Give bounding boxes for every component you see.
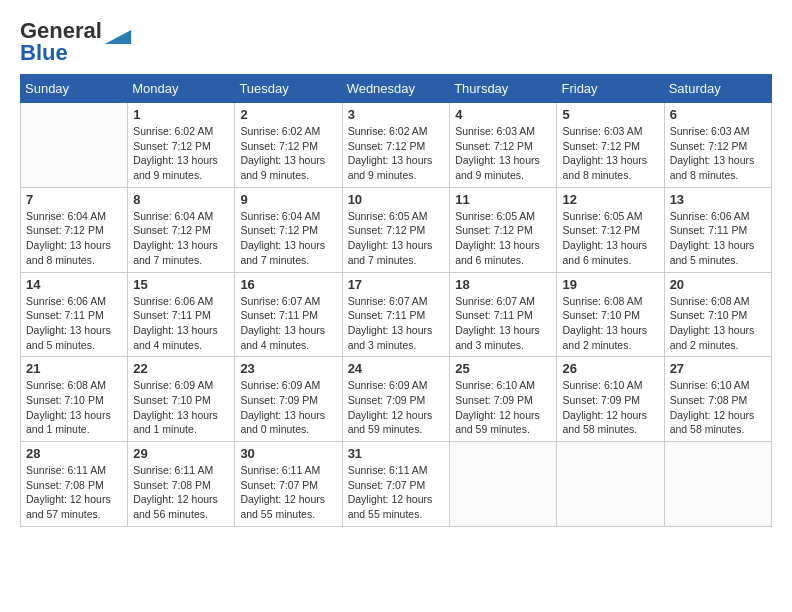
day-number: 1 <box>133 107 229 122</box>
day-number: 25 <box>455 361 551 376</box>
calendar-cell: 23Sunrise: 6:09 AM Sunset: 7:09 PM Dayli… <box>235 357 342 442</box>
day-number: 31 <box>348 446 445 461</box>
day-info: Sunrise: 6:07 AM Sunset: 7:11 PM Dayligh… <box>348 294 445 353</box>
calendar-cell: 26Sunrise: 6:10 AM Sunset: 7:09 PM Dayli… <box>557 357 664 442</box>
calendar-cell <box>450 442 557 527</box>
calendar-cell: 29Sunrise: 6:11 AM Sunset: 7:08 PM Dayli… <box>128 442 235 527</box>
day-number: 11 <box>455 192 551 207</box>
calendar-cell: 9Sunrise: 6:04 AM Sunset: 7:12 PM Daylig… <box>235 187 342 272</box>
day-number: 7 <box>26 192 122 207</box>
calendar-header-row: SundayMondayTuesdayWednesdayThursdayFrid… <box>21 75 772 103</box>
calendar-cell: 4Sunrise: 6:03 AM Sunset: 7:12 PM Daylig… <box>450 103 557 188</box>
day-info: Sunrise: 6:09 AM Sunset: 7:09 PM Dayligh… <box>240 378 336 437</box>
calendar-cell: 18Sunrise: 6:07 AM Sunset: 7:11 PM Dayli… <box>450 272 557 357</box>
day-number: 10 <box>348 192 445 207</box>
calendar-cell <box>21 103 128 188</box>
calendar-cell: 5Sunrise: 6:03 AM Sunset: 7:12 PM Daylig… <box>557 103 664 188</box>
day-info: Sunrise: 6:04 AM Sunset: 7:12 PM Dayligh… <box>240 209 336 268</box>
day-number: 14 <box>26 277 122 292</box>
calendar-cell: 28Sunrise: 6:11 AM Sunset: 7:08 PM Dayli… <box>21 442 128 527</box>
day-number: 20 <box>670 277 766 292</box>
day-info: Sunrise: 6:08 AM Sunset: 7:10 PM Dayligh… <box>670 294 766 353</box>
day-info: Sunrise: 6:11 AM Sunset: 7:08 PM Dayligh… <box>26 463 122 522</box>
day-info: Sunrise: 6:02 AM Sunset: 7:12 PM Dayligh… <box>240 124 336 183</box>
day-header-wednesday: Wednesday <box>342 75 450 103</box>
day-info: Sunrise: 6:07 AM Sunset: 7:11 PM Dayligh… <box>240 294 336 353</box>
calendar-table: SundayMondayTuesdayWednesdayThursdayFrid… <box>20 74 772 527</box>
day-info: Sunrise: 6:04 AM Sunset: 7:12 PM Dayligh… <box>133 209 229 268</box>
calendar-week-row: 21Sunrise: 6:08 AM Sunset: 7:10 PM Dayli… <box>21 357 772 442</box>
day-info: Sunrise: 6:05 AM Sunset: 7:12 PM Dayligh… <box>562 209 658 268</box>
day-info: Sunrise: 6:09 AM Sunset: 7:10 PM Dayligh… <box>133 378 229 437</box>
calendar-cell: 8Sunrise: 6:04 AM Sunset: 7:12 PM Daylig… <box>128 187 235 272</box>
day-number: 16 <box>240 277 336 292</box>
calendar-cell: 12Sunrise: 6:05 AM Sunset: 7:12 PM Dayli… <box>557 187 664 272</box>
logo-icon <box>104 30 132 44</box>
day-number: 3 <box>348 107 445 122</box>
day-number: 26 <box>562 361 658 376</box>
calendar-cell: 2Sunrise: 6:02 AM Sunset: 7:12 PM Daylig… <box>235 103 342 188</box>
day-info: Sunrise: 6:08 AM Sunset: 7:10 PM Dayligh… <box>26 378 122 437</box>
logo-text: GeneralBlue <box>20 20 102 64</box>
logo-blue: Blue <box>20 40 68 65</box>
calendar-cell: 7Sunrise: 6:04 AM Sunset: 7:12 PM Daylig… <box>21 187 128 272</box>
day-number: 2 <box>240 107 336 122</box>
calendar-cell: 20Sunrise: 6:08 AM Sunset: 7:10 PM Dayli… <box>664 272 771 357</box>
calendar-cell: 24Sunrise: 6:09 AM Sunset: 7:09 PM Dayli… <box>342 357 450 442</box>
day-info: Sunrise: 6:03 AM Sunset: 7:12 PM Dayligh… <box>455 124 551 183</box>
day-number: 27 <box>670 361 766 376</box>
day-number: 18 <box>455 277 551 292</box>
day-header-monday: Monday <box>128 75 235 103</box>
calendar-cell: 31Sunrise: 6:11 AM Sunset: 7:07 PM Dayli… <box>342 442 450 527</box>
day-header-thursday: Thursday <box>450 75 557 103</box>
day-number: 21 <box>26 361 122 376</box>
day-number: 30 <box>240 446 336 461</box>
calendar-week-row: 14Sunrise: 6:06 AM Sunset: 7:11 PM Dayli… <box>21 272 772 357</box>
day-number: 6 <box>670 107 766 122</box>
day-number: 22 <box>133 361 229 376</box>
day-info: Sunrise: 6:05 AM Sunset: 7:12 PM Dayligh… <box>348 209 445 268</box>
day-number: 9 <box>240 192 336 207</box>
day-info: Sunrise: 6:07 AM Sunset: 7:11 PM Dayligh… <box>455 294 551 353</box>
day-number: 12 <box>562 192 658 207</box>
calendar-cell: 14Sunrise: 6:06 AM Sunset: 7:11 PM Dayli… <box>21 272 128 357</box>
day-info: Sunrise: 6:04 AM Sunset: 7:12 PM Dayligh… <box>26 209 122 268</box>
day-info: Sunrise: 6:10 AM Sunset: 7:09 PM Dayligh… <box>562 378 658 437</box>
day-info: Sunrise: 6:03 AM Sunset: 7:12 PM Dayligh… <box>670 124 766 183</box>
calendar-cell: 3Sunrise: 6:02 AM Sunset: 7:12 PM Daylig… <box>342 103 450 188</box>
day-number: 17 <box>348 277 445 292</box>
day-info: Sunrise: 6:11 AM Sunset: 7:07 PM Dayligh… <box>348 463 445 522</box>
calendar-cell <box>664 442 771 527</box>
day-number: 29 <box>133 446 229 461</box>
calendar-cell: 19Sunrise: 6:08 AM Sunset: 7:10 PM Dayli… <box>557 272 664 357</box>
logo: GeneralBlue <box>20 20 132 64</box>
day-info: Sunrise: 6:09 AM Sunset: 7:09 PM Dayligh… <box>348 378 445 437</box>
calendar-cell: 16Sunrise: 6:07 AM Sunset: 7:11 PM Dayli… <box>235 272 342 357</box>
calendar-cell: 11Sunrise: 6:05 AM Sunset: 7:12 PM Dayli… <box>450 187 557 272</box>
day-number: 19 <box>562 277 658 292</box>
calendar-cell: 10Sunrise: 6:05 AM Sunset: 7:12 PM Dayli… <box>342 187 450 272</box>
day-number: 15 <box>133 277 229 292</box>
day-info: Sunrise: 6:05 AM Sunset: 7:12 PM Dayligh… <box>455 209 551 268</box>
calendar-cell: 6Sunrise: 6:03 AM Sunset: 7:12 PM Daylig… <box>664 103 771 188</box>
day-number: 28 <box>26 446 122 461</box>
day-header-saturday: Saturday <box>664 75 771 103</box>
day-info: Sunrise: 6:06 AM Sunset: 7:11 PM Dayligh… <box>26 294 122 353</box>
day-info: Sunrise: 6:02 AM Sunset: 7:12 PM Dayligh… <box>133 124 229 183</box>
day-info: Sunrise: 6:06 AM Sunset: 7:11 PM Dayligh… <box>133 294 229 353</box>
calendar-cell: 22Sunrise: 6:09 AM Sunset: 7:10 PM Dayli… <box>128 357 235 442</box>
calendar-cell: 27Sunrise: 6:10 AM Sunset: 7:08 PM Dayli… <box>664 357 771 442</box>
calendar-week-row: 28Sunrise: 6:11 AM Sunset: 7:08 PM Dayli… <box>21 442 772 527</box>
calendar-week-row: 7Sunrise: 6:04 AM Sunset: 7:12 PM Daylig… <box>21 187 772 272</box>
svg-marker-0 <box>105 30 131 44</box>
day-number: 23 <box>240 361 336 376</box>
calendar-cell <box>557 442 664 527</box>
day-info: Sunrise: 6:10 AM Sunset: 7:09 PM Dayligh… <box>455 378 551 437</box>
calendar-cell: 13Sunrise: 6:06 AM Sunset: 7:11 PM Dayli… <box>664 187 771 272</box>
day-info: Sunrise: 6:10 AM Sunset: 7:08 PM Dayligh… <box>670 378 766 437</box>
day-info: Sunrise: 6:08 AM Sunset: 7:10 PM Dayligh… <box>562 294 658 353</box>
day-info: Sunrise: 6:02 AM Sunset: 7:12 PM Dayligh… <box>348 124 445 183</box>
calendar-cell: 30Sunrise: 6:11 AM Sunset: 7:07 PM Dayli… <box>235 442 342 527</box>
calendar-cell: 17Sunrise: 6:07 AM Sunset: 7:11 PM Dayli… <box>342 272 450 357</box>
calendar-cell: 15Sunrise: 6:06 AM Sunset: 7:11 PM Dayli… <box>128 272 235 357</box>
